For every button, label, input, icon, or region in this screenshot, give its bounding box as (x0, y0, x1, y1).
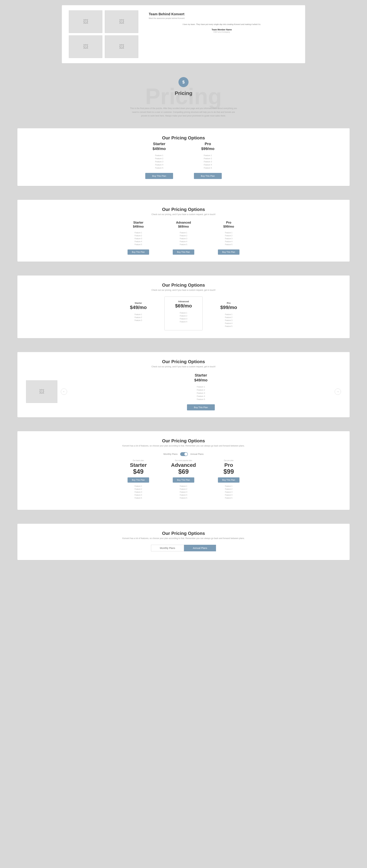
feature-item: Feature 1 (70, 385, 331, 389)
section5-plan-1: Our basic plan Starter $49 Buy This Plan… (119, 460, 158, 503)
feature-item: Feature 2 (191, 157, 225, 160)
feature-item: Feature 5 (209, 496, 248, 499)
section5-plan1-name: Starter (119, 462, 158, 468)
section3-plan2-features: Feature 1 Feature 2 Feature 3 Feature 4 (167, 311, 200, 323)
feature-item: Feature 1 (119, 313, 158, 316)
carousel-arrow-right[interactable]: → (335, 389, 341, 395)
feature-item: Feature 5 (119, 243, 158, 246)
section3-plan1-features: Feature 1 Feature 2 Feature 3 (119, 313, 158, 322)
section5-plan2-price: $69 (164, 468, 203, 475)
section3-plan1-price: $49/mo (119, 305, 158, 310)
section5-plan3-badge: Our pro plan (209, 460, 248, 461)
feature-item: Feature 3 (142, 160, 176, 163)
feature-item: Feature 2 (70, 389, 331, 392)
feature-item: Feature 5 (191, 166, 225, 169)
section1-plan1-price: $49/mo (142, 147, 176, 151)
section4-plan-name: Starter (70, 373, 331, 378)
feature-item: Feature 5 (209, 325, 248, 328)
feature-item: Feature 3 (70, 392, 331, 395)
pricing-card-1: Our Pricing Options Starter $49/mo Featu… (18, 128, 349, 186)
section2-plan1-name: Starter (119, 221, 158, 224)
section2-plan2-name: Advanced (164, 221, 203, 224)
feature-item: Feature 4 (209, 322, 248, 325)
toggle-switch[interactable] (180, 452, 188, 456)
section3-plan1-name: Starter (119, 302, 158, 304)
section2-plan-1: Starter $49/mo Feature 1 Feature 2 Featu… (119, 221, 158, 255)
feature-item: Feature 1 (119, 485, 158, 488)
feature-item: Feature 1 (167, 311, 200, 314)
feature-item: Feature 2 (164, 234, 203, 237)
top-section: 🖼 🖼 🖼 🖼 Team Behind Konvert Meet the awe… (62, 5, 305, 63)
section5-plan1-price: $49 (119, 468, 158, 475)
team-image-1: 🖼 (69, 10, 102, 33)
feature-item: Feature 3 (209, 491, 248, 494)
team-member-name: Team Member Name (149, 28, 295, 31)
section2-plan2-features: Feature 1 Feature 2 Feature 3 Feature 4 … (164, 231, 203, 246)
section3-plan2-name: Advanced (167, 300, 200, 303)
pricing-title: Pricing (3, 89, 364, 96)
feature-item: Feature 4 (191, 163, 225, 166)
carousel-image: 🖼 (26, 380, 57, 403)
section5-buy-plan3-button[interactable]: Buy This Plan (218, 477, 239, 483)
image-grid: 🖼 🖼 🖼 🖼 (69, 10, 138, 58)
section2-plan3-name: Pro (209, 221, 248, 224)
feature-item: Feature 3 (191, 160, 225, 163)
section5-plan-3: Our pro plan Pro $99 Buy This Plan Featu… (209, 460, 248, 503)
feature-item: Feature 1 (142, 154, 176, 157)
section2-plan-3: Pro $99/mo Feature 1 Feature 2 Feature 3… (209, 221, 248, 255)
section1-plan-1: Starter $49/mo Feature 1 Feature 2 Featu… (142, 142, 176, 179)
section2-plan-2: Advanced $69/mo Feature 1 Feature 2 Feat… (164, 221, 203, 255)
feature-item: Feature 2 (209, 234, 248, 237)
section5-plan1-badge: Our basic plan (119, 460, 158, 461)
feature-item: Feature 4 (164, 240, 203, 243)
feature-item: Feature 5 (119, 496, 158, 499)
tab-annual-button[interactable]: Annual Plans (184, 545, 216, 551)
section1-buy-plan2-button[interactable]: Buy This Plan (194, 173, 222, 179)
section5-plan1-features: Feature 1 Feature 2 Feature 3 Feature 4 … (119, 485, 158, 499)
feature-item: Feature 4 (209, 240, 248, 243)
toggle-section: Monthly Plans Annual Plans (26, 452, 341, 456)
section4-subtitle: Check out our pricing, and if you have a… (26, 365, 341, 368)
section3-plan-2: Advanced $69/mo Feature 1 Feature 2 Feat… (164, 297, 203, 330)
section3-title: Our Pricing Options (26, 282, 341, 288)
section4-buy-button[interactable]: Buy This Plan (187, 404, 215, 410)
section1-plan1-name: Starter (142, 142, 176, 146)
tab-buttons: Monthly Plans Annual Plans (26, 545, 341, 551)
feature-item: Feature 3 (164, 237, 203, 240)
section5-buy-plan2-button[interactable]: Buy This Plan (173, 477, 194, 483)
section5-subtitle: Konvert has a lot of features, so choose… (26, 444, 341, 447)
feature-item: Feature 1 (191, 154, 225, 157)
section5-plan-2: Our most popular plan Advanced $69 Buy T… (164, 460, 203, 503)
pricing-card-5: Our Pricing Options Konvert has a lot of… (18, 431, 349, 510)
feature-item: Feature 1 (209, 313, 248, 316)
section3-plan3-price: $99/mo (209, 305, 248, 310)
section3-plan3-name: Pro (209, 302, 248, 304)
section2-buy-plan1-button[interactable]: Buy This Plan (128, 249, 149, 255)
section5-buy-plan1-button[interactable]: Buy This Plan (128, 477, 149, 483)
feature-item: Feature 4 (119, 494, 158, 496)
pricing-section-2: Our Pricing Options Check out our pricin… (0, 195, 367, 270)
section2-subtitle: Check out our pricing, and if you have a… (26, 213, 341, 216)
feature-item: Feature 1 (164, 231, 203, 234)
section3-plan3-features: Feature 1 Feature 2 Feature 3 Feature 4 … (209, 313, 248, 328)
section4-title: Our Pricing Options (26, 359, 341, 364)
feature-item: Feature 1 (119, 231, 158, 234)
section5-plan2-badge: Our most popular plan (164, 460, 203, 461)
section2-buy-plan3-button[interactable]: Buy This Plan (218, 249, 239, 255)
tab-monthly-button[interactable]: Monthly Plans (151, 545, 184, 551)
section2-plan1-features: Feature 1 Feature 2 Feature 3 Feature 4 … (119, 231, 158, 246)
section1-buy-plan1-button[interactable]: Buy This Plan (145, 173, 173, 179)
section5-plan3-name: Pro (209, 462, 248, 468)
feature-item: Feature 5 (164, 243, 203, 246)
section2-plan3-features: Feature 1 Feature 2 Feature 3 Feature 4 … (209, 231, 248, 246)
feature-item: Feature 2 (119, 488, 158, 491)
section2-buy-plan2-button[interactable]: Buy This Plan (173, 249, 194, 255)
carousel-arrow-left[interactable]: ← (61, 389, 67, 395)
section2-plan1-price: $49/mo (119, 225, 158, 228)
section2-title: Our Pricing Options (26, 207, 341, 212)
feature-item: Feature 2 (209, 316, 248, 319)
section1-plan2-name: Pro (191, 142, 225, 146)
team-title: Team Behind Konvert (149, 12, 295, 16)
feature-item: Feature 1 (209, 231, 248, 234)
section1-plan1-features: Feature 1 Feature 2 Feature 3 Feature 4 … (142, 154, 176, 169)
